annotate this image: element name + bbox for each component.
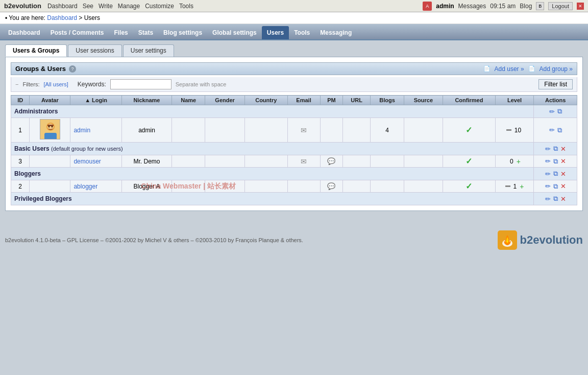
copy-user-admin-button[interactable]: ⧉ [557, 126, 562, 135]
nav-tools[interactable]: Tools [179, 3, 193, 10]
copy-group-admin-button[interactable]: ⧉ [557, 107, 562, 116]
footer-logo-text: b2evolution [520, 233, 583, 247]
edit-group-privileged-button[interactable]: ✏ [545, 195, 551, 203]
level-plus-demo[interactable]: + [517, 157, 521, 166]
nav-customize[interactable]: Customize [145, 3, 174, 10]
nav-write[interactable]: Write [99, 3, 113, 10]
user-country-demo [245, 155, 287, 168]
user-gender-admin [205, 118, 245, 143]
email-icon-demo: ✉ [301, 157, 307, 166]
login-link-demo[interactable]: demouser [74, 158, 101, 165]
nav-dashboard[interactable]: Dashboard [47, 3, 78, 10]
col-nickname: Nickname [121, 96, 172, 105]
filter-list-button[interactable]: Filter list [538, 79, 573, 89]
user-actions-ablogger: ✏ ⧉ ✕ [534, 180, 577, 193]
user-email-demo: ✉ [287, 155, 320, 168]
filter-collapse-icon[interactable]: − [15, 81, 18, 87]
tabs-container: Users & Groups User sessions User settin… [5, 44, 583, 211]
nav-manage[interactable]: Manage [118, 3, 140, 10]
add-user-icon: 📄 [483, 65, 491, 72]
user-source-admin [404, 118, 443, 143]
info-icon[interactable]: ? [69, 65, 76, 73]
delete-group-bloggers-button[interactable]: ✕ [560, 170, 567, 178]
user-name-ablogger: China Webmaster | 站长素材 [172, 180, 205, 193]
copy-group-bloggers-button[interactable]: ⧉ [553, 169, 558, 178]
svg-point-6 [51, 126, 53, 128]
tab-user-sessions[interactable]: User sessions [68, 44, 121, 57]
edit-user-ablogger-button[interactable]: ✏ [545, 182, 551, 191]
logout-link[interactable]: Logout [548, 2, 573, 10]
copy-user-ablogger-button[interactable]: ⧉ [553, 182, 558, 191]
delete-user-ablogger-button[interactable]: ✕ [560, 182, 567, 191]
delete-group-privileged-button[interactable]: ✕ [560, 195, 567, 203]
edit-user-demo-button[interactable]: ✏ [545, 157, 551, 166]
mainnav-blog-settings[interactable]: Blog settings [158, 26, 207, 39]
tab-list: Users & Groups User sessions User settin… [5, 44, 583, 57]
delete-user-demo-button[interactable]: ✕ [560, 157, 567, 166]
edit-group-admin-button[interactable]: ✏ [549, 107, 555, 116]
add-user-link[interactable]: Add user » [495, 65, 524, 73]
edit-group-bloggers-button[interactable]: ✏ [545, 170, 551, 178]
table-row-admin: 1 [11, 118, 577, 143]
demo-action-icons: ✏ ⧉ ✕ [537, 157, 574, 166]
topbar-right: A admin Messages 09:15 am Blog B Logout … [423, 2, 584, 11]
copy-group-basic-button[interactable]: ⧉ [553, 144, 558, 153]
blog-link[interactable]: Blog [520, 3, 532, 10]
add-group-link[interactable]: Add group » [540, 65, 573, 73]
tab-users-groups[interactable]: Users & Groups [5, 44, 67, 57]
group-actions-basic: ✏ ⧉ ✕ [534, 143, 577, 155]
breadcrumb-you-are-here: You are here: [9, 14, 47, 21]
group-actions-privileged: ✏ ⧉ ✕ [534, 193, 577, 205]
tab-content: Groups & Users ? 📄 Add user » 📄 Add grou… [5, 57, 583, 211]
user-avatar [30, 118, 70, 143]
edit-user-admin-button[interactable]: ✏ [549, 126, 555, 134]
col-login[interactable]: ▲ Login [70, 96, 121, 105]
keywords-input[interactable] [110, 79, 172, 89]
group-admin-icons: ✏ ⧉ [537, 107, 574, 116]
mainnav-messaging[interactable]: Messaging [315, 26, 357, 39]
filter-all-users-link[interactable]: [All users] [43, 81, 68, 87]
user-blogs-admin: 4 [371, 118, 404, 143]
login-link-ablogger[interactable]: ablogger [74, 183, 97, 190]
level-container-admin: 10 [499, 127, 530, 134]
pm-icon-ablogger: 💬 [327, 182, 335, 190]
breadcrumb: • You are here: Dashboard > Users [0, 12, 588, 24]
mainnav-files[interactable]: Files [109, 26, 133, 39]
user-confirmed-admin: ✓ [443, 118, 495, 143]
user-login-demo: demouser [70, 155, 121, 168]
user-pm-admin [320, 118, 343, 143]
breadcrumb-dashboard-link[interactable]: Dashboard [47, 14, 77, 21]
user-source-demo [404, 155, 443, 168]
nav-see[interactable]: See [83, 3, 93, 10]
users-table: ID Avatar ▲ Login Nickname Name Gender C… [11, 95, 577, 205]
level-plus-ablogger[interactable]: + [520, 182, 524, 191]
login-link-admin[interactable]: admin [74, 127, 90, 134]
copy-group-privileged-button[interactable]: ⧉ [553, 194, 558, 203]
mainnav-posts-comments[interactable]: Posts / Comments [45, 26, 109, 39]
level-minus-ablogger[interactable] [505, 185, 510, 187]
ablogger-action-icons: ✏ ⧉ ✕ [537, 182, 574, 191]
mainnav-global-settings[interactable]: Global settings [207, 26, 262, 39]
user-country-ablogger [245, 180, 287, 193]
svg-rect-2 [44, 133, 57, 139]
user-url-demo [343, 155, 371, 168]
mainnav-dashboard[interactable]: Dashboard [3, 26, 45, 39]
delete-group-basic-button[interactable]: ✕ [560, 145, 567, 153]
section-header: Groups & Users ? 📄 Add user » 📄 Add grou… [11, 62, 577, 75]
level-value-demo: 0 [510, 158, 513, 165]
user-avatar-demo [30, 155, 70, 168]
close-icon: ✕ [577, 3, 584, 10]
confirmed-check-admin: ✓ [465, 126, 472, 134]
footer: b2evolution 4.1.0-beta – GPL License – ©… [0, 220, 588, 260]
group-basic-users-suffix: (default group for new users) [51, 146, 123, 152]
mainnav-stats[interactable]: Stats [133, 26, 158, 39]
level-minus-admin[interactable] [506, 129, 511, 131]
group-name-bloggers: Bloggers [11, 168, 534, 180]
tab-user-settings[interactable]: User settings [123, 44, 174, 57]
edit-group-basic-button[interactable]: ✏ [545, 145, 551, 153]
mainnav-tools[interactable]: Tools [289, 26, 315, 39]
messages-link[interactable]: Messages [458, 3, 486, 10]
mainnav-users[interactable]: Users [262, 26, 289, 39]
copy-user-demo-button[interactable]: ⧉ [553, 157, 558, 166]
user-login-ablogger: ablogger [70, 180, 121, 193]
